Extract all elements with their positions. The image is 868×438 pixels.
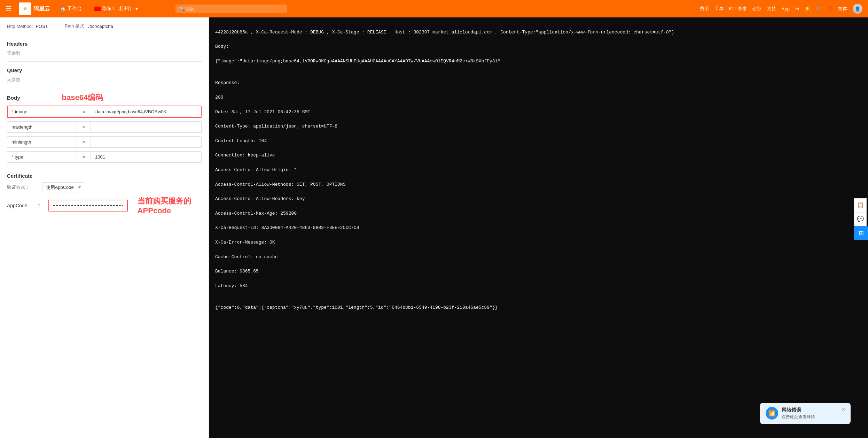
search-input[interactable] xyxy=(185,6,283,11)
nav-lang[interactable]: 简体 xyxy=(838,6,847,12)
terminal-line-3: {"image":"data:image/png;base64,iVBORw0K… xyxy=(215,59,500,64)
side-btn-grid[interactable]: ⊞ xyxy=(854,226,868,240)
home-icon: 🏠 xyxy=(60,6,66,11)
field-minlength-eq: = xyxy=(77,137,91,147)
divider-4 xyxy=(7,167,202,167)
nav-support[interactable]: 支持 xyxy=(767,6,776,12)
divider-3 xyxy=(7,88,202,88)
side-buttons: 📋 💬 ⊞ xyxy=(854,198,868,240)
nav-right-items: 费用 工单 ICP 备案 企业 支持 App ✉ 🔔 🛒 ❓ 简体 👤 xyxy=(700,4,862,14)
body-field-type: *type = 1001 xyxy=(7,151,202,163)
nav-region[interactable]: 华东1（杭州） ▾ xyxy=(92,6,141,12)
headers-no-params: 无参数 xyxy=(7,50,202,56)
terminal-response-content-type: Content-Type: application/json; charset=… xyxy=(215,124,337,129)
terminal-response-access-headers: Access-Control-Allow-Headers: key xyxy=(215,196,305,201)
field-type-eq: = xyxy=(77,152,91,162)
nav-bell-icon[interactable]: 🔔 xyxy=(805,6,810,11)
http-method-value: POST xyxy=(36,24,48,29)
nav-app[interactable]: App xyxy=(782,6,790,11)
headers-title: Headers xyxy=(7,41,202,47)
query-title: Query xyxy=(7,67,202,73)
search-bar: 🔍 xyxy=(175,5,287,13)
cert-method-row: 验证方式： = 使用AppCode 使用签名 xyxy=(7,182,202,192)
field-image-eq: = xyxy=(77,106,91,117)
notif-content: 网络错误 点击此处查看详情 xyxy=(782,407,838,420)
top-nav: ☰ 云 阿里云 🏠 工作台 华东1（杭州） ▾ 🔍 费用 工单 ICP 备案 企… xyxy=(0,0,868,17)
terminal-response-access-methods: Access-Control-Allow-Methods: GET, POST,… xyxy=(215,182,345,187)
nav-enterprise[interactable]: 企业 xyxy=(752,6,761,12)
body-field-minlength: minlength = xyxy=(7,136,202,148)
field-minlength-key: minlength xyxy=(7,137,77,147)
http-method-row: Http Method: POST Path 格式: /ocr/captcha xyxy=(7,23,202,29)
notif-title: 网络错误 xyxy=(782,407,838,413)
appcode-input[interactable] xyxy=(53,202,123,209)
cert-method-eq: = xyxy=(36,185,39,190)
certificate-section: Certificate 验证方式： = 使用AppCode 使用签名 AppCo… xyxy=(7,173,202,215)
appcode-label: AppCode xyxy=(7,203,27,208)
side-btn-chat[interactable]: 💬 xyxy=(854,212,867,226)
divider-1 xyxy=(7,35,202,35)
nav-cart-icon[interactable]: 🛒 xyxy=(816,6,821,11)
region-arrow-icon: ▾ xyxy=(135,6,138,11)
field-image-value[interactable]: data:image/png;base64,iVBORw0K xyxy=(91,106,201,117)
terminal-response-access-origin: Access-Control-Allow-Origin: * xyxy=(215,167,297,172)
field-maxlength-value[interactable] xyxy=(91,124,201,130)
body-section: Body base64编码 *image = data:image/png;ba… xyxy=(7,92,202,163)
base64-annotation: base64编码 xyxy=(62,92,103,103)
body-field-image: *image = data:image/png;base64,iVBORw0K xyxy=(7,106,202,118)
nav-mail-icon[interactable]: ✉ xyxy=(795,6,799,11)
terminal-response-max-age: Access-Control-Max-Age: 259200 xyxy=(215,211,297,216)
cert-method-label: 验证方式： xyxy=(7,184,30,191)
nav-icp[interactable]: ICP 备案 xyxy=(729,6,747,12)
path-value: /ocr/captcha xyxy=(88,24,113,29)
logo-text: 阿里云 xyxy=(33,5,50,13)
notification-popup: 📶 网络错误 点击此处查看详情 × xyxy=(760,403,851,424)
terminal-response-label: Response: xyxy=(215,80,240,85)
nav-ticket[interactable]: 工单 xyxy=(714,6,724,12)
terminal-response-latency: Latency: 584 xyxy=(215,283,248,289)
notif-icon: 📶 xyxy=(766,407,778,420)
required-star-type: * xyxy=(11,154,13,160)
required-star-image: * xyxy=(12,109,14,114)
http-method-label: Http Method: xyxy=(7,24,33,29)
field-minlength-value[interactable] xyxy=(91,139,201,145)
appcode-row: AppCode = 当前购买服务的APPcode xyxy=(7,196,202,215)
search-icon: 🔍 xyxy=(179,6,185,11)
notif-close-button[interactable]: × xyxy=(842,407,845,413)
appcode-input-wrapper xyxy=(48,200,128,212)
terminal-response-date: Date: Sat, 17 Jul 2021 08:42:35 GMT xyxy=(215,109,310,115)
nav-workbench[interactable]: 🏠 工作台 xyxy=(57,6,85,12)
terminal-response-cache: Cache-Control: no-cache xyxy=(215,254,277,260)
cert-method-select[interactable]: 使用AppCode 使用签名 xyxy=(42,182,84,192)
terminal-content: 44228120b85a , X-Ca-Request-Mode : DEBUG… xyxy=(215,22,862,319)
terminal-response-content-length: Content-Length: 104 xyxy=(215,138,267,144)
logo: 云 阿里云 xyxy=(19,2,50,15)
nav-cost[interactable]: 费用 xyxy=(700,6,709,12)
region-label: 华东1（杭州） xyxy=(102,6,134,12)
terminal-line-2: Body: xyxy=(215,44,229,49)
appcode-annotation: 当前购买服务的APPcode xyxy=(138,196,202,215)
notif-subtitle[interactable]: 点击此处查看详情 xyxy=(782,414,838,420)
terminal-response-connection: Connection: keep-alive xyxy=(215,153,275,158)
field-type-value[interactable]: 1001 xyxy=(91,152,201,162)
terminal-response-body: {"code":0,"data":{"captcha":"xy7uu","typ… xyxy=(215,305,498,310)
nav-help-icon[interactable]: ❓ xyxy=(827,6,832,11)
terminal-response-request-id: X-Ca-Request-Id: 8A3D0084-A420-4863-98B8… xyxy=(215,225,359,230)
field-image-key: *image xyxy=(8,106,77,117)
workbench-label: 工作台 xyxy=(67,6,82,12)
side-btn-clipboard[interactable]: 📋 xyxy=(854,198,867,212)
path-label: Path 格式: xyxy=(65,23,86,29)
nav-avatar[interactable]: 👤 xyxy=(853,4,862,14)
hamburger-icon[interactable]: ☰ xyxy=(6,5,12,13)
flag-icon xyxy=(94,7,101,11)
query-no-params: 无参数 xyxy=(7,77,202,83)
appcode-eq: = xyxy=(38,203,40,208)
logo-icon: 云 xyxy=(19,2,31,15)
field-maxlength-key: maxlength xyxy=(7,122,77,132)
terminal-response-balance: Balance: 9865.65 xyxy=(215,269,259,274)
certificate-title: Certificate xyxy=(7,173,202,179)
field-maxlength-eq: = xyxy=(77,122,91,132)
divider-2 xyxy=(7,61,202,62)
main-container: Http Method: POST Path 格式: /ocr/captcha … xyxy=(0,17,868,438)
body-title: Body xyxy=(7,95,20,101)
